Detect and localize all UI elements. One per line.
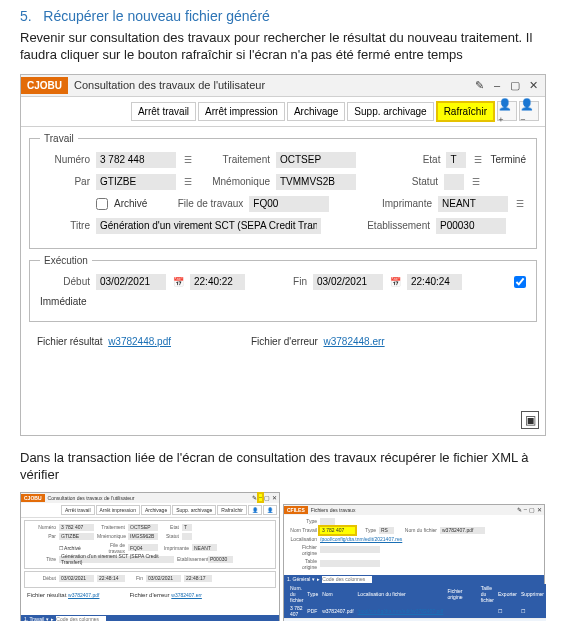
mini-err-link[interactable]: w3782407.err	[171, 592, 202, 598]
etab-field[interactable]	[436, 218, 506, 234]
table-row[interactable]: 3 782 407PDFw3782407.pdf/pool/config/dta…	[284, 604, 546, 619]
step-number: 5.	[20, 8, 32, 24]
pencil-icon[interactable]: ✎	[252, 494, 257, 501]
archive-checkbox[interactable]	[96, 198, 108, 210]
close-icon[interactable]: ✕	[527, 79, 539, 91]
app-badge: CJOBU	[21, 77, 68, 94]
imprim-field[interactable]	[438, 196, 508, 212]
chevron-right-icon[interactable]: ▸	[317, 576, 320, 582]
instruction-text: Revenir sur consultation des travaux pou…	[20, 30, 546, 64]
supp-archivage-button[interactable]: Supp. archivage	[347, 102, 433, 121]
mini-tpe-label: Type	[358, 527, 376, 533]
fin-time-field[interactable]	[407, 274, 462, 290]
close-icon[interactable]: ✕	[272, 494, 277, 501]
titlebar: CJOBU Consultation des travaux de l'util…	[21, 75, 545, 97]
calendar-icon[interactable]: 📅	[389, 276, 401, 288]
list-icon[interactable]: ☰	[182, 176, 194, 188]
chevron-down-icon[interactable]: ▾	[312, 576, 315, 582]
traitement-field[interactable]	[276, 152, 356, 168]
mini-app-badge: CFILES	[284, 506, 308, 514]
mini-mnemo: IMGS962B	[128, 533, 158, 540]
mini-window-right: CFILES Fichiers des travaux ✎–▢✕ Type No…	[283, 504, 545, 621]
etat-text: Terminé	[490, 154, 526, 165]
mini-person-remove-icon[interactable]: 👤	[263, 505, 277, 515]
resultat-link[interactable]: w3782448.pdf	[108, 336, 171, 347]
maximize-icon[interactable]: ▢	[509, 79, 521, 91]
mini-window-left: CJOBU Consultation des travaux de l'util…	[20, 492, 280, 621]
etat-label: Etat	[390, 154, 440, 165]
mini-person-add-icon[interactable]: 👤	[248, 505, 262, 515]
chevron-down-icon[interactable]: ▾	[46, 616, 49, 621]
maximize-icon[interactable]: ▢	[264, 494, 270, 501]
traitement-label: Traitement	[200, 154, 270, 165]
mini-titre: Génération d'un virement SCT (SEPA Credi…	[59, 556, 174, 563]
mini-filter-label: 1. Général	[287, 576, 310, 582]
numero-label: Numéro	[40, 154, 90, 165]
mini-table-right: Num. du fichierTypeNomLocalisation du fi…	[284, 584, 546, 621]
mini-err-label: Fichier d'erreur	[129, 592, 169, 598]
mini-typefile-label: Type	[289, 518, 317, 524]
titre-field[interactable]	[96, 218, 321, 234]
minimize-icon[interactable]: –	[259, 494, 262, 501]
mini-filter-input[interactable]	[322, 576, 372, 583]
file-field[interactable]	[249, 196, 329, 212]
mini-filter-input[interactable]	[56, 616, 106, 621]
exec-legend: Exécution	[40, 255, 92, 266]
mini-trav-label: Nom Travail	[289, 527, 317, 533]
titre-label: Titre	[40, 220, 90, 231]
person-remove-icon[interactable]: 👤₋	[519, 101, 539, 121]
mini-app-badge: CJOBU	[21, 494, 45, 502]
mini-file: FQ04	[128, 544, 158, 551]
erreur-link[interactable]: w3782448.err	[323, 336, 384, 347]
immediate-checkbox[interactable]	[514, 276, 526, 288]
mini-imprim: NEANT	[192, 544, 217, 551]
mini-arret-travail-button[interactable]: Arrêt travail	[61, 505, 95, 515]
fin-date-field[interactable]	[313, 274, 383, 290]
archivage-button[interactable]: Archivage	[287, 102, 345, 121]
person-add-icon[interactable]: 👤₊	[497, 101, 517, 121]
minimize-icon[interactable]: –	[491, 79, 503, 91]
statut-field[interactable]	[444, 174, 464, 190]
list-icon[interactable]: ☰	[182, 154, 194, 166]
mini-rafraichir-button[interactable]: Rafraîchir	[217, 505, 247, 515]
par-field[interactable]	[96, 174, 176, 190]
pencil-icon[interactable]: ✎	[517, 506, 522, 513]
mini-res-label: Fichier résultat	[27, 592, 66, 598]
debut-date-field[interactable]	[96, 274, 166, 290]
close-icon[interactable]: ✕	[537, 506, 542, 513]
mini-loc[interactable]: /pool/config/dta.tnm/edit/2021407.res	[320, 536, 402, 542]
debut-label: Début	[40, 276, 90, 287]
mini-fo-label: Fichier origine	[289, 544, 317, 556]
mini-statut	[182, 533, 192, 540]
resultat-label: Fichier résultat	[37, 336, 103, 347]
minimize-icon[interactable]: –	[524, 506, 527, 513]
chevron-right-icon[interactable]: ▸	[51, 616, 54, 621]
list-icon[interactable]: ☰	[470, 176, 482, 188]
etat-field[interactable]	[446, 152, 466, 168]
mini-window-title: Consultation des travaux de l'utilisateu…	[48, 495, 252, 501]
maximize-icon[interactable]: ▢	[529, 506, 535, 513]
rafraichir-button[interactable]: Rafraîchir	[436, 101, 495, 122]
mini-supp-archivage-button[interactable]: Supp. archivage	[172, 505, 216, 515]
list-icon[interactable]: ☰	[472, 154, 484, 166]
pencil-icon[interactable]: ✎	[473, 79, 485, 91]
file-label: File de travaux	[173, 198, 243, 209]
mnemo-label: Mnémonique	[200, 176, 270, 187]
arret-travail-button[interactable]: Arrêt travail	[131, 102, 196, 121]
mini-debut-date: 03/02/2021	[59, 575, 94, 582]
mini-loc-label: Localisation	[289, 536, 317, 542]
calendar-icon[interactable]: 📅	[172, 276, 184, 288]
expand-icon[interactable]: ▣	[521, 411, 539, 429]
debut-time-field[interactable]	[190, 274, 245, 290]
mini-numero: 3 782 407	[59, 524, 94, 531]
mini-archivage-button[interactable]: Archivage	[141, 505, 171, 515]
toolbar: Arrêt travail Arrêt impression Archivage…	[21, 97, 545, 127]
mnemo-field[interactable]	[276, 174, 356, 190]
numero-field[interactable]	[96, 152, 176, 168]
mini-arret-impression-button[interactable]: Arrêt impression	[96, 505, 140, 515]
mini-traitement: OCTSEP	[128, 524, 158, 531]
mini-res-link[interactable]: w3782407.pdf	[68, 592, 99, 598]
arret-impression-button[interactable]: Arrêt impression	[198, 102, 285, 121]
mini-tpe: RS	[379, 527, 394, 534]
list-icon[interactable]: ☰	[514, 198, 526, 210]
